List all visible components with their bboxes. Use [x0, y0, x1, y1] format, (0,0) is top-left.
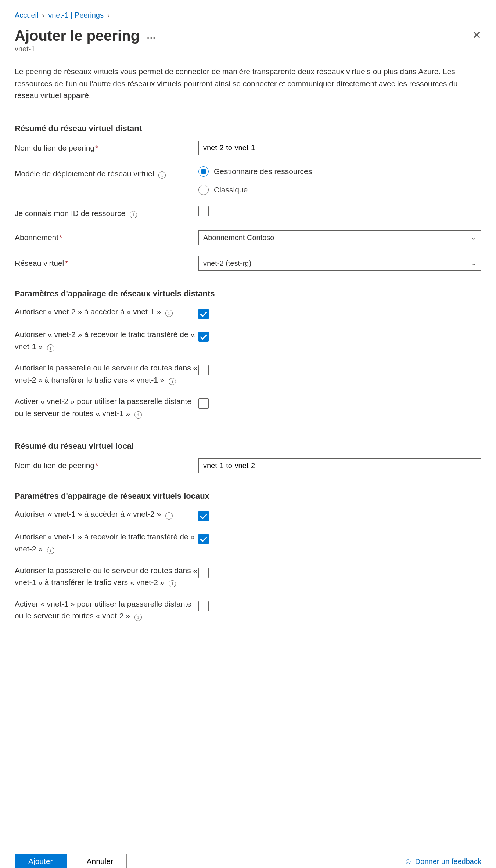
- radio-classic[interactable]: [198, 185, 209, 195]
- page-title: Ajouter le peering ···: [15, 28, 156, 44]
- cancel-button[interactable]: Annuler: [73, 854, 127, 868]
- more-icon[interactable]: ···: [147, 33, 156, 43]
- label-peering-link-name-remote: Nom du lien de peering*: [15, 141, 198, 154]
- label-local-use-remote-gw: Activer « vnet-1 » pour utiliser la pass…: [15, 598, 198, 622]
- label-remote-allow-access: Autoriser « vnet-2 » à accéder à « vnet-…: [15, 306, 198, 318]
- label-remote-allow-forwarded: Autoriser « vnet-2 » à recevoir le trafi…: [15, 329, 198, 352]
- chevron-down-icon: ⌄: [471, 234, 477, 242]
- checkbox-remote-allow-gateway[interactable]: [198, 365, 209, 375]
- info-icon[interactable]: i: [169, 580, 176, 587]
- checkbox-remote-allow-forwarded[interactable]: [198, 332, 209, 342]
- info-icon[interactable]: i: [130, 211, 137, 218]
- info-icon[interactable]: i: [158, 171, 166, 179]
- checkbox-know-resource-id[interactable]: [198, 206, 209, 216]
- chevron-right-icon: ›: [42, 11, 44, 19]
- checkbox-local-allow-gateway[interactable]: [198, 568, 209, 578]
- radio-label-resource-manager: Gestionnaire des ressources: [214, 167, 312, 176]
- label-local-allow-forwarded: Autoriser « vnet-1 » à recevoir le trafi…: [15, 531, 198, 555]
- section-remote-params: Paramètres d'appairage de réseaux virtue…: [15, 289, 481, 299]
- page-subtitle: vnet-1: [15, 45, 481, 53]
- subscription-select-value: Abonnement Contoso: [203, 234, 274, 242]
- label-remote-use-remote-gw: Activer « vnet-2 » pour utiliser la pass…: [15, 395, 198, 419]
- label-local-allow-gateway: Autoriser la passerelle ou le serveur de…: [15, 565, 198, 589]
- info-icon[interactable]: i: [165, 310, 173, 317]
- section-remote-summary: Résumé du réseau virtuel distant: [15, 124, 481, 133]
- feedback-link[interactable]: ☺ Donner un feedback: [404, 857, 481, 866]
- radio-label-classic: Classique: [214, 185, 248, 194]
- label-know-resource-id: Je connais mon ID de ressource i: [15, 206, 198, 220]
- remote-peering-link-name-input[interactable]: [198, 141, 481, 155]
- info-icon[interactable]: i: [134, 411, 142, 419]
- chevron-right-icon: ›: [107, 11, 110, 19]
- checkbox-local-allow-forwarded[interactable]: [198, 534, 209, 544]
- add-button[interactable]: Ajouter: [15, 854, 67, 868]
- breadcrumb: Accueil › vnet-1 | Peerings ›: [15, 11, 481, 19]
- section-local-params: Paramètres d'appairage de réseaux virtue…: [15, 491, 481, 501]
- checkbox-local-use-remote-gw[interactable]: [198, 601, 209, 611]
- intro-text: Le peering de réseaux virtuels vous perm…: [15, 66, 481, 102]
- breadcrumb-parent[interactable]: vnet-1 | Peerings: [48, 11, 104, 19]
- vnet-select[interactable]: vnet-2 (test-rg) ⌄: [198, 256, 481, 271]
- footer-bar: Ajouter Annuler ☺ Donner un feedback: [0, 847, 496, 868]
- label-peering-link-name-local: Nom du lien de peering*: [15, 458, 198, 472]
- checkbox-local-allow-access[interactable]: [198, 511, 209, 521]
- info-icon[interactable]: i: [169, 378, 176, 385]
- info-icon[interactable]: i: [47, 547, 54, 554]
- info-icon[interactable]: i: [134, 614, 142, 621]
- checkbox-remote-use-remote-gw[interactable]: [198, 398, 209, 409]
- radio-resource-manager[interactable]: [198, 166, 209, 177]
- close-icon[interactable]: ✕: [472, 30, 481, 41]
- section-local-summary: Résumé du réseau virtuel local: [15, 441, 481, 451]
- checkbox-remote-allow-access[interactable]: [198, 309, 209, 319]
- page-title-text: Ajouter le peering: [15, 28, 140, 44]
- chevron-down-icon: ⌄: [471, 259, 477, 267]
- info-icon[interactable]: i: [47, 344, 54, 352]
- label-local-allow-access: Autoriser « vnet-1 » à accéder à « vnet-…: [15, 508, 198, 520]
- local-peering-link-name-input[interactable]: [198, 458, 481, 473]
- info-icon[interactable]: i: [165, 512, 173, 520]
- label-remote-allow-gateway: Autoriser la passerelle ou le serveur de…: [15, 362, 198, 386]
- subscription-select[interactable]: Abonnement Contoso ⌄: [198, 230, 481, 245]
- label-vnet: Réseau virtuel*: [15, 256, 198, 270]
- feedback-icon: ☺: [404, 857, 412, 866]
- feedback-label: Donner un feedback: [415, 857, 481, 866]
- label-subscription: Abonnement*: [15, 230, 198, 244]
- label-deployment-model: Modèle de déploiement de réseau virtuel …: [15, 166, 198, 180]
- breadcrumb-home[interactable]: Accueil: [15, 11, 38, 19]
- vnet-select-value: vnet-2 (test-rg): [203, 259, 251, 268]
